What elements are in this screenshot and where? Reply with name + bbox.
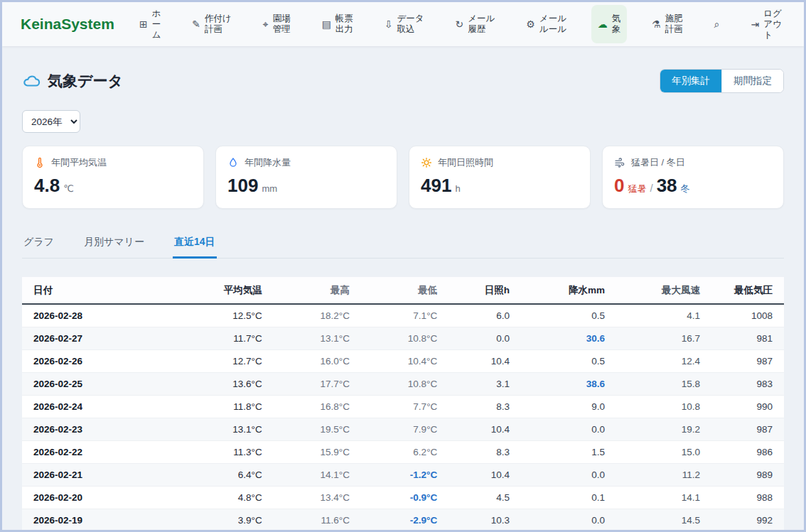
nav-item-search[interactable]: ⌕ [708, 5, 726, 43]
nav-item-label: ホ ー ム [152, 9, 161, 40]
column-header-date: 日付 [22, 277, 190, 304]
cell-avg: 11.3°C [190, 441, 274, 464]
home-icon: ⊞ [139, 19, 148, 29]
table-row: 2026-02-2711.7°C13.1°C10.8°C0.030.616.79… [22, 327, 784, 350]
cloud-icon: ☁ [598, 19, 608, 29]
separator: / [650, 182, 652, 194]
card-label: 年間降水量 [245, 156, 291, 169]
card-extreme-days: 猛暑日 / 冬日 0 猛暑 / 38 冬 [602, 146, 784, 209]
download-icon: ⇩ [385, 19, 393, 29]
cell-wind: 16.7 [616, 327, 711, 350]
year-select[interactable]: 2026年 [22, 110, 80, 133]
card-precipitation: 年間降水量 109 mm [215, 146, 397, 209]
logout-icon: ⇥ [751, 19, 760, 29]
cell-min: 7.9°C [361, 418, 448, 441]
nav-item-mail-rules[interactable]: ⚙メール ルール [520, 5, 573, 43]
cell-wind: 10.8 [616, 396, 711, 418]
tab-monthly-summary[interactable]: 月別サマリー [82, 229, 146, 259]
period-select-button[interactable]: 期間指定 [721, 70, 783, 92]
cell-pressure: 992 [711, 509, 784, 532]
cell-max: 13.1°C [274, 327, 361, 350]
cell-sun: 10.4 [448, 464, 521, 487]
document-icon: ▤ [322, 19, 331, 29]
app-logo[interactable]: KeinaSystem [21, 16, 114, 33]
cell-avg: 12.7°C [190, 350, 274, 373]
table-body: 2026-02-2812.5°C18.2°C7.1°C6.00.54.11008… [22, 304, 784, 532]
card-label: 年間日照時間 [438, 156, 493, 169]
cell-date: 2026-02-28 [22, 304, 190, 327]
cell-avg: 12.5°C [190, 304, 274, 327]
card-label: 年間平均気温 [51, 156, 107, 169]
flask-icon: ⚗ [652, 19, 661, 29]
nav-item-label: 園場 管理 [273, 13, 291, 35]
table-row: 2026-02-2612.7°C16.0°C10.4°C10.40.512.49… [22, 350, 784, 373]
cell-wind: 19.2 [616, 418, 711, 441]
nav-item-label: 作付け 計画 [205, 13, 232, 35]
cell-max: 19.5°C [274, 418, 361, 441]
card-value: 109 [227, 175, 258, 197]
cell-avg: 3.9°C [190, 509, 274, 532]
cell-max: 11.6°C [274, 509, 361, 532]
nav-item-planting-plan[interactable]: ✎作付け 計画 [186, 5, 238, 43]
nav-item-logout[interactable]: ⇥ログ アウ ト [745, 5, 788, 43]
main-nav: ⊞ホ ー ム✎作付け 計画⌖園場 管理▤帳票 出力⇩データ 取込↻メール 履歴⚙… [133, 2, 788, 46]
cell-date: 2026-02-25 [22, 373, 190, 396]
title-row: 気象データ 年別集計 期間指定 [22, 69, 784, 93]
wind-icon [614, 157, 625, 168]
column-header-avg: 平均気温 [190, 277, 274, 304]
search-icon: ⌕ [714, 19, 720, 29]
cell-rain: 9.0 [521, 396, 616, 418]
column-header-max: 最高 [274, 277, 361, 304]
cell-date: 2026-02-23 [22, 418, 190, 441]
tab-graph[interactable]: グラフ [22, 229, 55, 259]
table-row: 2026-02-2411.8°C16.8°C7.7°C8.39.010.8990 [22, 396, 784, 418]
cell-pressure: 1008 [711, 304, 784, 327]
yearly-summary-button[interactable]: 年別集計 [660, 70, 721, 92]
cell-rain: 1.5 [521, 441, 616, 464]
cell-sun: 3.1 [448, 373, 521, 396]
nav-item-home[interactable]: ⊞ホ ー ム [133, 5, 168, 43]
column-header-pressure: 最低気圧 [711, 277, 784, 304]
cell-wind: 14.1 [616, 487, 711, 509]
card-unit: mm [262, 183, 277, 194]
nav-item-data-import[interactable]: ⇩データ 取込 [378, 5, 431, 43]
card-unit: h [455, 183, 460, 194]
nav-item-label: データ 取込 [397, 13, 424, 35]
cell-min: -2.9°C [361, 509, 448, 532]
cell-min: -1.2°C [361, 464, 448, 487]
table-row: 2026-02-2211.3°C15.9°C6.2°C8.31.515.0986 [22, 441, 784, 464]
droplet-icon [227, 157, 239, 168]
nav-item-mail-history[interactable]: ↻メール 履歴 [449, 5, 502, 43]
cell-sun: 0.0 [448, 327, 521, 350]
column-header-sun: 日照h [448, 277, 521, 304]
cell-date: 2026-02-20 [22, 487, 190, 509]
view-toggle: 年別集計 期間指定 [660, 69, 784, 93]
thermometer-icon [34, 157, 45, 168]
cell-min: -0.9°C [361, 487, 448, 509]
nav-item-label: 帳票 出力 [335, 13, 353, 35]
cell-rain: 0.5 [521, 304, 616, 327]
nav-item-report-output[interactable]: ▤帳票 出力 [316, 5, 360, 43]
nav-item-label: メール ルール [539, 13, 566, 35]
nav-item-fertilizer[interactable]: ⚗施肥 計画 [645, 5, 689, 43]
tab-last-14-days[interactable]: 直近14日 [173, 229, 217, 259]
nav-item-label: 施肥 計画 [665, 13, 683, 35]
table-row: 2026-02-2812.5°C18.2°C7.1°C6.00.54.11008 [22, 304, 784, 327]
cell-pressure: 981 [711, 327, 784, 350]
stat-cards: 年間平均気温 4.8 ℃ 年間降水量 109 mm [22, 146, 784, 209]
cell-pressure: 987 [711, 350, 784, 373]
cell-avg: 13.6°C [190, 373, 274, 396]
table-row: 2026-02-193.9°C11.6°C-2.9°C10.30.014.599… [22, 509, 784, 532]
pencil-icon: ✎ [192, 19, 200, 29]
nav-item-weather[interactable]: ☁気 象 [591, 5, 628, 43]
cell-min: 10.8°C [361, 327, 448, 350]
cell-date: 2026-02-27 [22, 327, 190, 350]
table-row: 2026-02-216.4°C14.1°C-1.2°C10.40.011.298… [22, 464, 784, 487]
cell-max: 13.4°C [274, 487, 361, 509]
nav-item-field-mgmt[interactable]: ⌖園場 管理 [257, 5, 297, 43]
cell-rain: 38.6 [521, 373, 616, 396]
card-label: 猛暑日 / 冬日 [631, 156, 685, 169]
cell-pressure: 988 [711, 487, 784, 509]
cell-rain: 0.0 [521, 509, 616, 532]
cell-max: 16.0°C [274, 350, 361, 373]
